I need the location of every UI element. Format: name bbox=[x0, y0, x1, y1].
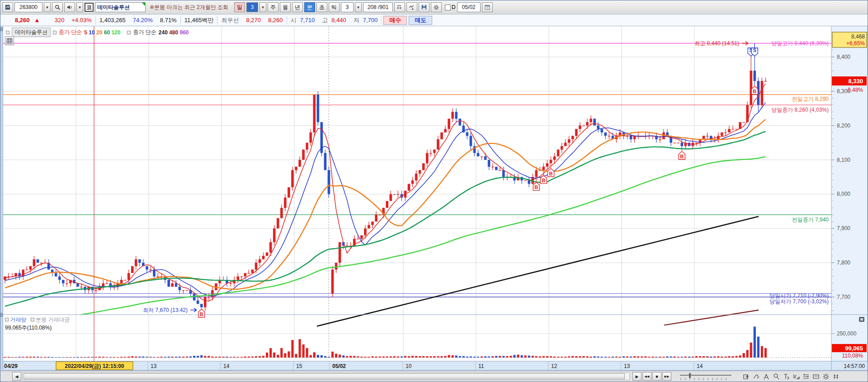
svg-text:+6,65%: +6,65% bbox=[846, 40, 865, 47]
stock-code-input[interactable]: 263800 bbox=[14, 2, 42, 12]
connect-icon[interactable] bbox=[831, 372, 840, 381]
price-info-bar: 8,260 ▲ 320 +4.03% 1,403,265 74.20% 8.71… bbox=[0, 14, 868, 26]
up-arrow-icon: ▲ bbox=[33, 17, 41, 24]
ma-period-240: 240 bbox=[159, 29, 168, 36]
trendline-icon[interactable] bbox=[752, 372, 761, 381]
stop-button[interactable]: ■ bbox=[652, 372, 661, 381]
volume-ratio-pct: 8.71% bbox=[156, 17, 180, 24]
compare-tool-icon[interactable] bbox=[394, 2, 405, 12]
speaker-icon[interactable] bbox=[64, 2, 75, 12]
minute-count-dropdown[interactable]: ▼ bbox=[355, 2, 362, 12]
grid-tool-icon[interactable] bbox=[5, 36, 14, 45]
ma-period-20: 20 bbox=[95, 29, 103, 36]
period-week-button[interactable]: 주 bbox=[268, 2, 278, 12]
label-prev-close: 전일종가 7,940 bbox=[792, 217, 829, 223]
ma-group1-checkbox[interactable] bbox=[53, 31, 57, 34]
session-end-time: 14:57:00 bbox=[844, 363, 865, 369]
play-button[interactable]: ▶ bbox=[632, 372, 642, 381]
time-axis: 04/2913141505/02101112131414:57:002022/0… bbox=[0, 361, 868, 371]
settings-gear-icon[interactable] bbox=[821, 372, 830, 381]
chart-scrollbar[interactable] bbox=[22, 373, 630, 380]
time-tick-11: 11 bbox=[478, 363, 484, 369]
period-month-button[interactable]: 월 bbox=[280, 2, 291, 12]
ma-group2-label: 종가 단순 bbox=[133, 28, 156, 36]
svg-text:B: B bbox=[200, 311, 203, 317]
svg-text:B: B bbox=[680, 154, 684, 159]
amount-checkbox[interactable] bbox=[31, 318, 34, 321]
scrollbar-thumb[interactable] bbox=[24, 373, 625, 379]
price-chart-canvas[interactable]: SSBBBBBB당일고가 8,440 (6,30%)전일고가 8,290당일종가… bbox=[0, 26, 868, 371]
date-input[interactable]: 05/02 bbox=[457, 2, 481, 12]
search-icon[interactable] bbox=[52, 2, 63, 12]
bar-count-field[interactable]: 208 /901 bbox=[363, 2, 393, 12]
current-volume-pct: 110,08% bbox=[842, 353, 863, 359]
angle-tool-icon[interactable] bbox=[762, 372, 771, 381]
period-year-button[interactable]: 년 bbox=[292, 2, 303, 12]
zoom-tool-icon[interactable] bbox=[772, 372, 781, 381]
stock-code-dropdown[interactable]: ▼ bbox=[44, 2, 51, 12]
minute-count-combo[interactable]: 3 bbox=[341, 2, 354, 12]
price-change-pct: +4.03% bbox=[68, 17, 95, 24]
period-tick-button[interactable]: 틱 bbox=[329, 2, 340, 12]
forward-button[interactable]: ▶▶ bbox=[662, 372, 671, 381]
volume-current-text: 99,065주(110,08%) bbox=[5, 324, 70, 332]
save-icon[interactable] bbox=[419, 2, 429, 12]
panes-icon[interactable] bbox=[802, 372, 811, 381]
buy-button[interactable]: 매수 bbox=[383, 16, 407, 25]
period-day-button[interactable]: 일 bbox=[234, 2, 245, 12]
svg-text:B: B bbox=[542, 178, 545, 183]
screen-mode-icon[interactable] bbox=[811, 372, 821, 381]
label-day-low: 당일저가 7,700 (-3,02%) bbox=[769, 298, 829, 305]
calendar-icon[interactable] bbox=[482, 2, 493, 12]
scroll-left-button[interactable]: ◀ bbox=[12, 372, 21, 381]
ma-group2-checkbox[interactable] bbox=[127, 31, 131, 34]
bar-width-slider[interactable] bbox=[679, 372, 733, 381]
rewind-button[interactable]: ◀◀ bbox=[642, 372, 651, 381]
best-bid: 8,260 bbox=[264, 17, 287, 24]
chart-add-icon[interactable] bbox=[742, 372, 751, 381]
text-tool-icon[interactable] bbox=[782, 372, 791, 381]
label-prev-high: 전일고가 8,290 bbox=[792, 96, 829, 102]
best-quote-label: 최우선 bbox=[217, 16, 242, 24]
chart-area[interactable]: SSBBBBBB당일고가 8,440 (6,30%)전일고가 8,290당일종가… bbox=[0, 26, 868, 371]
indicator-legend: 데이타솔루션 종가 단순 5 10 20 60 120 종가 단순 240 48… bbox=[6, 28, 189, 37]
time-tick-10: 10 bbox=[406, 363, 412, 369]
label-day-close: 당일종가 8,260 (4,03%) bbox=[771, 107, 829, 113]
best-ask: 8,270 bbox=[242, 17, 264, 24]
legend-stock-name: 데이타솔루션 bbox=[12, 28, 51, 37]
ma-period-10: 10 bbox=[87, 29, 95, 36]
volume-checkbox[interactable] bbox=[5, 318, 9, 321]
volume-label: 거래량 bbox=[10, 316, 26, 323]
sell-button[interactable]: 매도 bbox=[409, 16, 432, 25]
speaker-dropdown[interactable]: ▼ bbox=[76, 2, 83, 12]
price-tick-8,000: 8,000 bbox=[837, 191, 850, 197]
price-tick-8,400: 8,400 bbox=[837, 54, 850, 60]
price-tick-8,200: 8,200 bbox=[837, 123, 850, 129]
amount-label: 분봉 거래대금 bbox=[36, 316, 70, 323]
grid-layer bbox=[3, 26, 831, 361]
pattern-tool-icon[interactable] bbox=[792, 372, 801, 381]
day-count-dropdown[interactable]: ▼ bbox=[259, 2, 266, 12]
day-count-combo[interactable]: 3 bbox=[246, 2, 258, 12]
time-tick-14: 14 bbox=[223, 363, 230, 369]
settings-gear-icon[interactable] bbox=[431, 2, 442, 12]
label-day-high: 당일고가 8,440 (6,30%) bbox=[771, 40, 829, 47]
time-tick-05/02: 05/02 bbox=[332, 363, 346, 369]
low-label: 저 bbox=[350, 16, 363, 24]
window-menu-icon[interactable] bbox=[2, 2, 13, 12]
svg-text:B: B bbox=[549, 171, 553, 176]
chart-toolbar: 263800 ▼ ▼ 코 데이타솔루션 ※분봉 마크는 최근 2개월만 조회 일… bbox=[0, 0, 868, 14]
d-checkbox[interactable] bbox=[445, 5, 451, 10]
price-change: 320 bbox=[41, 17, 68, 24]
price-tick-7,700: 7,700 bbox=[837, 294, 850, 300]
period-second-button[interactable]: 초 bbox=[316, 2, 327, 12]
stock-name-field[interactable]: 데이타솔루션 bbox=[95, 2, 146, 12]
period-minute-button[interactable]: 분 bbox=[304, 2, 315, 12]
trend-tool-icon[interactable] bbox=[406, 2, 417, 12]
time-tick-04/29: 04/29 bbox=[4, 363, 18, 369]
price-tick-8,100: 8,100 bbox=[837, 157, 850, 163]
ma-period-480: 480 bbox=[168, 29, 178, 36]
stock-legend-checkbox[interactable] bbox=[6, 31, 9, 34]
time-tick-12: 12 bbox=[551, 363, 557, 369]
pane-left-frame bbox=[0, 26, 3, 371]
